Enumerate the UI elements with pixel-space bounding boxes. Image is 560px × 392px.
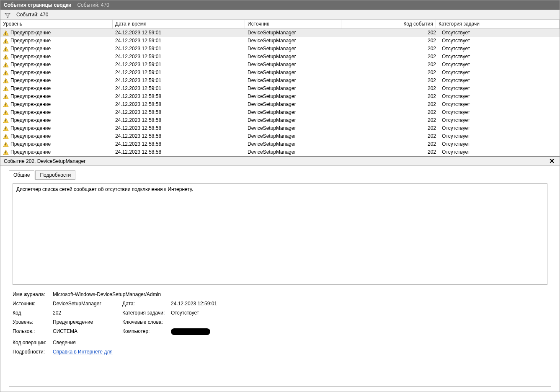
svg-rect-4 — [5, 48, 6, 49]
table-row[interactable]: Предупреждение24.12.2023 12:59:01DeviceS… — [0, 29, 560, 37]
table-row[interactable]: Предупреждение24.12.2023 12:59:01DeviceS… — [0, 53, 560, 61]
warning-icon — [3, 62, 9, 68]
value-keywords — [171, 319, 255, 325]
cell-eventid: 202 — [344, 132, 439, 140]
more-info-link[interactable]: Справка в Интернете для — [53, 349, 113, 355]
cell-eventid: 202 — [344, 69, 439, 77]
cell-category: Отсутствует — [439, 93, 560, 101]
table-row[interactable]: Предупреждение24.12.2023 12:58:58DeviceS… — [0, 101, 560, 108]
cell-eventid: 202 — [344, 85, 439, 93]
cell-category: Отсутствует — [439, 77, 560, 85]
svg-rect-29 — [5, 145, 6, 146]
table-row[interactable]: Предупреждение24.12.2023 12:58:58DeviceS… — [0, 124, 560, 132]
table-row[interactable]: Предупреждение24.12.2023 12:58:58DeviceS… — [0, 116, 560, 124]
svg-rect-30 — [5, 151, 6, 153]
warning-icon — [3, 94, 9, 100]
svg-rect-5 — [5, 50, 6, 50]
cell-category: Отсутствует — [439, 85, 560, 93]
cell-category: Отсутствует — [439, 132, 560, 140]
svg-rect-1 — [5, 34, 6, 34]
value-level: Предупреждение — [53, 319, 120, 325]
value-source: DeviceSetupManager — [53, 301, 120, 307]
col-header-eventid[interactable]: Код события — [341, 20, 436, 28]
table-row[interactable]: Предупреждение24.12.2023 12:58:58DeviceS… — [0, 140, 560, 148]
details-body: Общие Подробности Диспетчер списка сетей… — [0, 166, 560, 392]
tab-general[interactable]: Общие — [9, 170, 34, 180]
cell-source: DeviceSetupManager — [248, 148, 344, 156]
cell-datetime: 24.12.2023 12:59:01 — [115, 85, 248, 93]
event-description[interactable]: Диспетчер списка сетей сообщает об отсут… — [13, 183, 547, 285]
tab-panel-general: Диспетчер списка сетей сообщает об отсут… — [9, 179, 551, 387]
cell-level: Предупреждение — [10, 37, 51, 45]
cell-category: Отсутствует — [439, 61, 560, 69]
col-header-datetime[interactable]: Дата и время — [113, 20, 245, 28]
cell-eventid: 202 — [344, 77, 439, 85]
svg-rect-0 — [5, 32, 6, 34]
cell-datetime: 24.12.2023 12:58:58 — [115, 101, 248, 108]
cell-eventid: 202 — [344, 148, 439, 156]
svg-rect-7 — [5, 58, 6, 58]
cell-datetime: 24.12.2023 12:58:58 — [115, 116, 248, 124]
cell-category: Отсутствует — [439, 69, 560, 77]
cell-level: Предупреждение — [10, 29, 51, 37]
cell-eventid: 202 — [344, 108, 439, 116]
label-log-name: Имя журнала: — [13, 291, 50, 297]
svg-rect-14 — [5, 88, 6, 89]
cell-source: DeviceSetupManager — [248, 124, 344, 132]
cell-source: DeviceSetupManager — [248, 53, 344, 61]
cell-datetime: 24.12.2023 12:58:58 — [115, 140, 248, 148]
col-header-source[interactable]: Источник — [245, 20, 341, 28]
titlebar-title: События страницы сводки — [4, 0, 71, 9]
details-header: Событие 202, DeviceSetupManager ✕ — [0, 157, 560, 166]
cell-level: Предупреждение — [10, 108, 51, 116]
svg-rect-15 — [5, 90, 6, 90]
warning-icon — [3, 118, 9, 124]
cell-level: Предупреждение — [10, 45, 51, 53]
cell-eventid: 202 — [344, 101, 439, 108]
table-row[interactable]: Предупреждение24.12.2023 12:58:58DeviceS… — [0, 132, 560, 140]
table-row[interactable]: Предупреждение24.12.2023 12:59:01DeviceS… — [0, 69, 560, 77]
label-code: Код — [13, 310, 50, 316]
col-header-category[interactable]: Категория задачи — [436, 20, 560, 28]
label-op-code: Код операции: — [13, 340, 50, 346]
col-header-level[interactable]: Уровень — [0, 20, 113, 28]
cell-source: DeviceSetupManager — [248, 85, 344, 93]
cell-eventid: 202 — [344, 124, 439, 132]
grid-body[interactable]: Предупреждение24.12.2023 12:59:01DeviceS… — [0, 29, 560, 156]
cell-source: DeviceSetupManager — [248, 93, 344, 101]
warning-icon — [3, 46, 9, 52]
svg-rect-6 — [5, 56, 6, 57]
table-row[interactable]: Предупреждение24.12.2023 12:59:01DeviceS… — [0, 45, 560, 53]
tab-details[interactable]: Подробности — [35, 170, 75, 180]
cell-category: Отсутствует — [439, 37, 560, 45]
cell-datetime: 24.12.2023 12:59:01 — [115, 37, 248, 45]
warning-icon — [3, 110, 9, 116]
filter-icon[interactable] — [5, 12, 10, 18]
svg-rect-17 — [5, 98, 6, 98]
svg-rect-8 — [5, 64, 6, 65]
cell-datetime: 24.12.2023 12:59:01 — [115, 29, 248, 37]
close-icon[interactable]: ✕ — [547, 157, 556, 166]
svg-rect-23 — [5, 121, 6, 122]
table-row[interactable]: Предупреждение24.12.2023 12:58:58DeviceS… — [0, 93, 560, 101]
table-row[interactable]: Предупреждение24.12.2023 12:59:01DeviceS… — [0, 37, 560, 45]
cell-level: Предупреждение — [10, 140, 51, 148]
svg-rect-31 — [5, 153, 6, 154]
cell-eventid: 202 — [344, 29, 439, 37]
event-properties: Имя журнала: Microsoft-Windows-DeviceSet… — [13, 290, 547, 355]
cell-source: DeviceSetupManager — [248, 77, 344, 85]
cell-source: DeviceSetupManager — [248, 29, 344, 37]
table-row[interactable]: Предупреждение24.12.2023 12:59:01DeviceS… — [0, 61, 560, 69]
table-row[interactable]: Предупреждение24.12.2023 12:58:58DeviceS… — [0, 148, 560, 156]
table-row[interactable]: Предупреждение24.12.2023 12:59:01DeviceS… — [0, 77, 560, 85]
cell-category: Отсутствует — [439, 53, 560, 61]
cell-level: Предупреждение — [10, 132, 51, 140]
cell-eventid: 202 — [344, 37, 439, 45]
cell-eventid: 202 — [344, 140, 439, 148]
table-row[interactable]: Предупреждение24.12.2023 12:59:01DeviceS… — [0, 85, 560, 93]
table-row[interactable]: Предупреждение24.12.2023 12:58:58DeviceS… — [0, 108, 560, 116]
svg-rect-13 — [5, 82, 6, 82]
cell-eventid: 202 — [344, 53, 439, 61]
warning-icon — [3, 134, 9, 139]
svg-rect-27 — [5, 137, 6, 138]
